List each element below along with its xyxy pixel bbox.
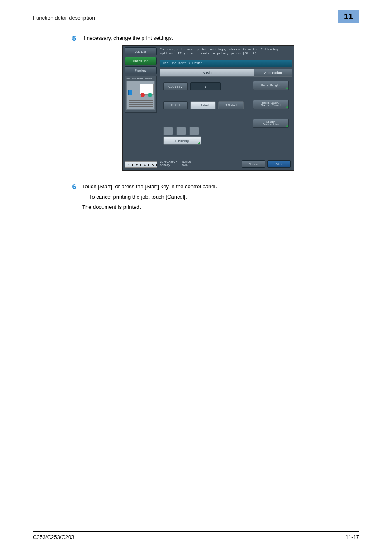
- step-text: Touch [Start], or press the [Start] key …: [82, 183, 359, 190]
- fold-icon: [189, 127, 199, 135]
- preview-thumbnail: [126, 81, 155, 110]
- page-header: Function detail description: [33, 15, 359, 21]
- text-lines-icon: [129, 99, 153, 108]
- finishing-label: Finishing: [175, 139, 189, 143]
- two-sided-button[interactable]: 2-Sided: [218, 101, 244, 109]
- footer-model: C353/C253/C203: [33, 534, 74, 540]
- status-divider: [160, 160, 239, 160]
- staple-icon: [163, 127, 173, 135]
- preview-button[interactable]: Preview: [125, 66, 157, 74]
- footer-page-number: 11-17: [346, 534, 359, 540]
- page-footer: C353/C253/C203 11-17: [33, 531, 359, 540]
- section-title: Function detail description: [33, 15, 359, 21]
- expand-corner-icon: [286, 106, 288, 108]
- check-job-button[interactable]: Check Job: [125, 57, 157, 65]
- finishing-group: Finishing: [163, 127, 201, 145]
- expand-corner-icon: [286, 87, 288, 89]
- step-6: 6 Touch [Start], or press the [Start] ke…: [64, 183, 359, 211]
- print-label: Print: [163, 101, 188, 109]
- device-screenshot: Job List Check Job Preview Auto Paper Se…: [122, 45, 294, 171]
- memory-label: Memory: [160, 164, 170, 167]
- copies-row: Copies: 1: [163, 81, 221, 92]
- toner-m: M: [133, 163, 141, 166]
- step-sub-dash: To cancel printing the job, touch [Cance…: [89, 193, 359, 201]
- toner-levels: Y M C K: [125, 161, 157, 168]
- expand-corner-icon: [286, 125, 288, 127]
- step-number: 5: [64, 35, 76, 43]
- breadcrumb: Use Document > Print: [160, 60, 292, 67]
- start-button[interactable]: Start: [267, 160, 291, 168]
- toner-c: C: [141, 163, 149, 166]
- page-margin-label: Page Margin: [261, 84, 280, 87]
- preview-meta: Auto Paper Select 100.0%: [126, 77, 155, 80]
- preview-pane: Auto Paper Select 100.0%: [125, 76, 157, 113]
- zoom-label: 100.0%: [145, 77, 152, 80]
- document-icon: [128, 90, 132, 95]
- expand-corner-icon: [198, 141, 200, 144]
- red-dot-icon: [141, 93, 145, 97]
- print-row: Print 1-Sided 2-Sided: [163, 100, 244, 111]
- page-margin-button[interactable]: Page Margin: [253, 81, 289, 90]
- sheet-cover-button[interactable]: Sheet/Cover/ Chapter Insert: [253, 100, 289, 109]
- main-content: Copies: 1 Page Margin Print 1-Sided 2-Si…: [160, 78, 292, 160]
- toner-k: K: [149, 163, 157, 166]
- status-datetime: 08/03/2007 13:56 Memory 99%: [160, 161, 191, 167]
- job-list-button[interactable]: Job List: [125, 47, 157, 56]
- stamp-composition-button[interactable]: Stamp/ Composition: [253, 119, 289, 128]
- side-column: Job List Check Job Preview Auto Paper Se…: [125, 47, 157, 113]
- page: Function detail description 11 5 If nece…: [0, 0, 392, 555]
- memory-value: 99%: [182, 164, 188, 167]
- tab-bar: Basic Application: [160, 69, 292, 77]
- one-sided-button[interactable]: 1-Sided: [190, 101, 216, 109]
- instruction-message: To change document print settings, choos…: [160, 47, 292, 55]
- tab-application[interactable]: Application: [254, 69, 292, 77]
- finishing-button[interactable]: Finishing: [163, 136, 201, 145]
- toner-y: Y: [125, 163, 133, 166]
- punch-icon: [176, 127, 186, 135]
- stamp-label: Stamp/ Composition: [263, 121, 279, 126]
- status-bar: Y M C K 08/03/2007 13:56 Memory 99% Canc…: [125, 160, 292, 169]
- copies-value[interactable]: 1: [190, 82, 221, 90]
- sheet-cover-label: Sheet/Cover/ Chapter Insert: [261, 102, 281, 107]
- copies-label: Copies:: [163, 82, 188, 90]
- auto-paper-label: Auto Paper Select: [126, 77, 143, 80]
- step-5: 5 If necessary, change the print setting…: [64, 35, 359, 42]
- cancel-button[interactable]: Cancel: [242, 160, 265, 168]
- green-dot-icon: [148, 93, 152, 97]
- finishing-icons: [163, 127, 201, 135]
- tab-basic[interactable]: Basic: [160, 69, 254, 77]
- step-text: If necessary, change the print settings.: [82, 35, 359, 42]
- step-number: 6: [64, 183, 76, 191]
- message-line-2: options. If you are ready to print, pres…: [160, 51, 292, 56]
- step-result: The document is printed.: [82, 203, 359, 211]
- header-rule: [33, 23, 359, 23]
- chapter-number-badge: 11: [338, 10, 359, 23]
- message-line-1: To change document print settings, choos…: [160, 47, 292, 51]
